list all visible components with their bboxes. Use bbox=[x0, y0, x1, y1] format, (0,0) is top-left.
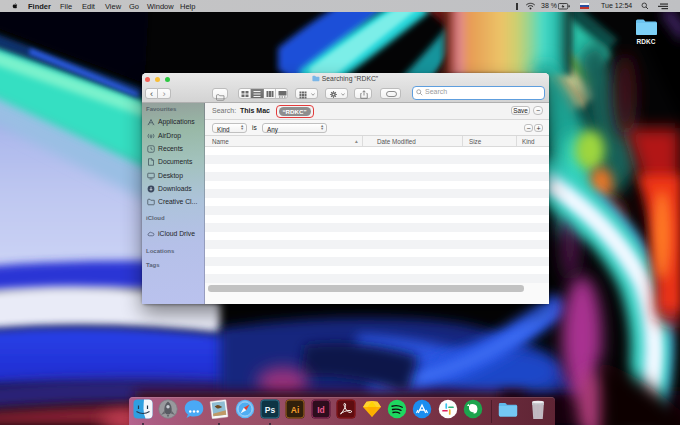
svg-text:Id: Id bbox=[317, 405, 325, 415]
svg-text:Ai: Ai bbox=[291, 405, 300, 415]
svg-text:Ps: Ps bbox=[265, 405, 276, 415]
